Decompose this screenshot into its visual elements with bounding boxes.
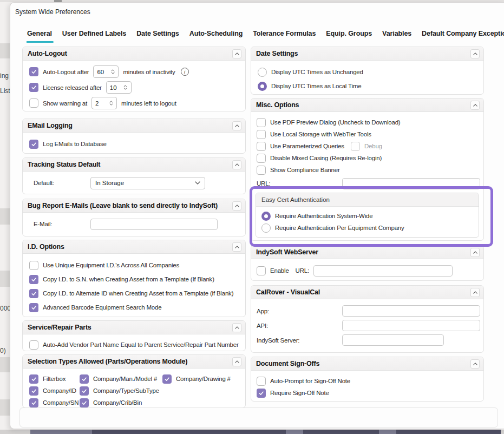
radio-button[interactable]	[261, 212, 271, 221]
spinner-arrows[interactable]	[109, 69, 118, 74]
checkbox-row[interactable]: Use Local Storage with WebTier Tools	[251, 128, 483, 140]
checkbox[interactable]	[29, 275, 38, 284]
collapse-button[interactable]	[470, 288, 480, 297]
radio-row[interactable]: Display UTC Times as Unchanged	[251, 65, 483, 79]
checkbox[interactable]	[80, 374, 89, 384]
collapse-button[interactable]	[232, 160, 241, 169]
checkbox-row[interactable]: Log EMails to Database	[23, 137, 245, 151]
checkbox[interactable]	[29, 67, 38, 76]
checkbox-row[interactable]: Copy I.D. to S.N. when Creating Asset fr…	[23, 272, 245, 286]
checkbox-row[interactable]: Advanced Barcode Equipment Search Mode	[23, 300, 245, 314]
dialog-footer-panel	[19, 407, 498, 428]
number-spinner[interactable]: 2	[91, 97, 117, 109]
checkbox[interactable]	[29, 98, 38, 108]
radio-button[interactable]	[261, 223, 271, 233]
check-icon	[81, 388, 87, 394]
info-icon[interactable]: i	[181, 68, 189, 76]
webserver-url-input[interactable]	[313, 265, 453, 277]
collapse-button[interactable]	[232, 242, 241, 252]
checkbox-row[interactable]: Auto-Add Vendor Part Name Equal to Paren…	[23, 338, 245, 351]
radio-row[interactable]: Require Authentication Per Equipment Com…	[256, 222, 479, 234]
checkbox-row[interactable]: Copy I.D. to Alternate ID when Creating …	[23, 286, 245, 300]
indysoft-server-input[interactable]	[342, 334, 444, 346]
collapse-button[interactable]	[232, 357, 241, 366]
compliance-banner-url-input[interactable]	[342, 178, 480, 189]
checkbox[interactable]	[257, 166, 266, 175]
tab-tolerance-formulas[interactable]: Tolerance Formulas	[252, 29, 316, 43]
checkbox[interactable]	[29, 261, 38, 270]
check-icon	[31, 69, 37, 75]
collapse-button[interactable]	[232, 323, 241, 332]
checkbox[interactable]	[29, 140, 38, 149]
spinner-arrows[interactable]	[122, 85, 131, 90]
chevron-down-icon	[195, 181, 200, 185]
checkbox[interactable]	[351, 142, 360, 151]
radio-row[interactable]: Display UTC Times as Local Time	[251, 79, 483, 93]
checkbox-row[interactable]: Show Compliance Banner	[251, 164, 483, 176]
checkbox[interactable]	[162, 374, 172, 384]
radio-row[interactable]: Require Authentication System-Wide	[256, 210, 479, 222]
tab-default-company-exceptions[interactable]: Default Company Exceptions	[421, 29, 504, 43]
checkbox[interactable]	[80, 398, 89, 407]
checkbox[interactable]	[29, 303, 38, 312]
radio-button[interactable]	[258, 68, 267, 77]
checkbox-cell[interactable]: Company/Type/SubType	[80, 386, 162, 396]
checkbox-cell[interactable]: Company/Man./Model #	[80, 374, 162, 384]
checkbox[interactable]	[257, 142, 266, 151]
label: minutes left to logout	[121, 100, 176, 107]
app-input[interactable]	[342, 305, 480, 317]
checkbox-cell[interactable]: Company/Drawing #	[162, 374, 231, 384]
number-spinner[interactable]: 60	[93, 65, 119, 78]
bug-report-email-input[interactable]	[90, 219, 218, 230]
checkbox[interactable]	[80, 386, 89, 396]
checkbox[interactable]	[257, 389, 266, 398]
checkbox[interactable]	[257, 377, 266, 386]
checkbox[interactable]	[29, 374, 38, 384]
tab-general[interactable]: General	[27, 29, 53, 43]
checkbox[interactable]	[29, 340, 38, 350]
collapse-button[interactable]	[232, 201, 241, 211]
auto-logout-row: Auto-Logout after60minutes of inactivity…	[23, 64, 245, 80]
checkbox[interactable]	[257, 118, 266, 127]
chevron-up-icon	[235, 326, 239, 329]
checkbox[interactable]	[29, 386, 38, 396]
selection-type-row: FilterboxCompany/Man./Model #Company/Dra…	[23, 373, 245, 385]
checkbox[interactable]	[257, 154, 266, 163]
checkbox[interactable]	[29, 83, 38, 92]
checkbox-cell[interactable]: Company/SN	[29, 398, 80, 407]
checkbox[interactable]	[257, 130, 266, 139]
tracking-status-dropdown[interactable]: In Storage	[90, 177, 205, 189]
chevron-up-icon	[473, 251, 477, 254]
tab-auto-scheduling[interactable]: Auto-Scheduling	[189, 29, 244, 43]
tab-equip-groups[interactable]: Equip. Groups	[325, 29, 372, 43]
checkbox-row[interactable]: Auto-Prompt for Sign-Off Note	[251, 375, 483, 387]
section-auto-logout: Auto-Logout Auto-Logout after60minutes o…	[22, 47, 246, 111]
tab-user-defined-labels[interactable]: User Defined Labels	[62, 29, 127, 43]
checkbox-cell[interactable]: Company/ID	[29, 386, 80, 396]
easy-cert-authentication-group: Easy Cert Authentication Require Authent…	[256, 193, 479, 238]
checkbox-row[interactable]: Use Parameterized QueriesDebug	[251, 140, 483, 152]
collapse-button[interactable]	[470, 359, 480, 369]
collapse-button[interactable]	[470, 248, 480, 257]
checkbox[interactable]	[29, 398, 38, 407]
checkbox-row[interactable]: Use PDF Preview Dialog (Uncheck to Downl…	[251, 116, 483, 128]
api-input[interactable]	[342, 320, 480, 331]
number-spinner[interactable]: 10	[106, 81, 132, 94]
tab-variables[interactable]: Variables	[382, 29, 412, 43]
collapse-button[interactable]	[470, 101, 480, 110]
checkbox-row[interactable]: Require Sign-Off Note	[251, 387, 483, 399]
checkbox-row[interactable]: Disable Mixed Casing (Requires Re-login)	[251, 152, 483, 164]
tab-date-settings[interactable]: Date Settings	[136, 29, 180, 43]
checkbox-cell[interactable]: Company/Crib/Bin	[80, 398, 162, 407]
collapse-button[interactable]	[470, 49, 480, 58]
spinner-arrows[interactable]	[107, 101, 116, 106]
checkbox-cell[interactable]: Filterbox	[29, 374, 80, 384]
url-label: URL:	[257, 180, 342, 187]
collapse-button[interactable]	[232, 49, 241, 58]
collapse-button[interactable]	[232, 121, 241, 130]
radio-button[interactable]	[258, 82, 267, 91]
field-label: API:	[257, 323, 342, 329]
checkbox-row[interactable]: Use Unique Equipment I.D.'s Across All C…	[23, 258, 245, 272]
enable-webserver-checkbox[interactable]	[257, 266, 266, 275]
checkbox[interactable]	[29, 289, 38, 298]
